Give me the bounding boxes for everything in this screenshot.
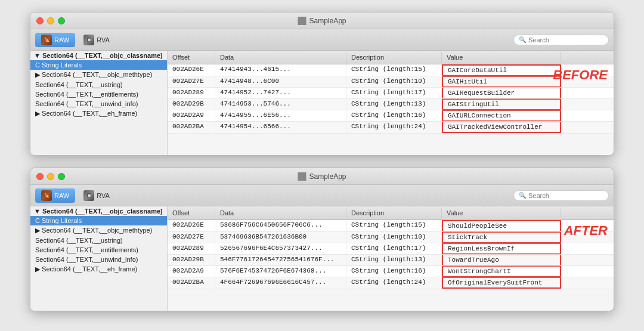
cell-offset: 002AD29B xyxy=(168,255,215,265)
table-row: 002AD26E 53686F756C6450656F706C6... CStr… xyxy=(168,220,614,232)
cell-value: StickTrack xyxy=(442,232,561,243)
cell-offset: 002AD2BA xyxy=(168,122,215,133)
raw-icon-after: 🍖 xyxy=(41,190,52,201)
sidebar-item-2-after[interactable]: Section64 (__TEXT,__ustring) xyxy=(30,236,167,245)
cell-description: CString (length:10) xyxy=(346,232,442,243)
cell-data: 47414954...6566... xyxy=(215,122,346,133)
sidebar-item-5-after[interactable]: ▶ Section64 (__TEXT,__eh_frame) xyxy=(30,264,167,274)
cell-data: 537469636B547261636B00 xyxy=(215,232,346,243)
cell-description: CString (length:24) xyxy=(346,122,442,133)
col-description-before: Description xyxy=(346,52,442,63)
close-button[interactable] xyxy=(36,17,44,24)
cell-value: GAIURLConnection xyxy=(442,110,561,121)
tab-rva-before[interactable]: 🔲 RVA xyxy=(78,33,116,47)
table-row: 002AD2BA 4F664F726967696E6616C457... CSt… xyxy=(168,277,614,289)
cell-data: 47414952...7427... xyxy=(215,88,346,98)
cell-value: ShouldPeopleSee xyxy=(442,220,561,231)
tab-raw-after[interactable]: 🍖 RAW xyxy=(35,188,75,203)
cell-description: CString (length:16) xyxy=(346,266,442,277)
tab-raw-before[interactable]: 🍖 RAW xyxy=(35,33,75,47)
cell-description: CString (length:17) xyxy=(346,243,442,254)
table-row: 002AD289 47414952...7427... CString (len… xyxy=(168,88,614,99)
sidebar-item-2-before[interactable]: Section64 (__TEXT,__ustring) xyxy=(30,80,167,89)
maximize-button-after[interactable] xyxy=(58,173,65,180)
sidebar-item-1-after[interactable]: ▶ Section64 (__TEXT,__objc_methtype) xyxy=(30,225,167,236)
before-label: BEFORE xyxy=(553,67,608,83)
rva-icon-after: 🔲 xyxy=(83,190,94,201)
cell-value: GAICoreDataUtil xyxy=(442,64,561,76)
search-icon-before: 🔍 xyxy=(519,36,526,43)
cell-data: 53686F756C6450656F706C6... xyxy=(215,220,346,231)
before-window: SampleApp 🍖 RAW 🔲 RVA 🔍 ▼ Section64 (__T… xyxy=(30,12,614,156)
tab-rva-after[interactable]: 🔲 RVA xyxy=(78,188,116,203)
cell-value: RegionLessBrownIf xyxy=(442,243,561,254)
search-box-before[interactable]: 🔍 xyxy=(513,35,609,45)
sidebar-item-4-before[interactable]: Section64 (__TEXT,__unwind_info) xyxy=(30,99,167,109)
sidebar-item-4-after[interactable]: Section64 (__TEXT,__unwind_info) xyxy=(30,255,167,264)
content-before: ▼ Section64 (__TEXT,__objc_classname) C … xyxy=(30,51,614,155)
cell-description: CString (length:10) xyxy=(346,76,442,87)
search-input-after[interactable] xyxy=(528,192,603,199)
cell-offset: 002AD2A9 xyxy=(168,110,215,121)
cell-value: WontStrongChartI xyxy=(442,266,561,277)
after-window: SampleApp 🍖 RAW 🔲 RVA 🔍 ▼ Section64 (__T… xyxy=(30,168,614,311)
content-after: ▼ Section64 (__TEXT,__objc_classname) C … xyxy=(30,206,614,311)
table-row: 002AD27E 537469636B547261636B00 CString … xyxy=(168,232,614,243)
titlebar-before: SampleApp xyxy=(30,13,614,29)
cell-offset: 002AD27E xyxy=(168,232,215,243)
sidebar-section-before[interactable]: ▼ Section64 (__TEXT,__objc_classname) xyxy=(30,51,167,60)
minimize-button-after[interactable] xyxy=(47,173,54,180)
cell-offset: 002AD26E xyxy=(168,220,215,231)
cell-data: 47414953...5746... xyxy=(215,99,346,110)
sidebar-item-3-after[interactable]: Section64 (__TEXT,__entitlements) xyxy=(30,245,167,255)
col-offset-before: Offset xyxy=(168,52,215,63)
search-box-after[interactable]: 🔍 xyxy=(513,190,609,201)
cell-description: CString (length:15) xyxy=(346,64,442,76)
sidebar-after: ▼ Section64 (__TEXT,__objc_classname) C … xyxy=(30,206,168,311)
window-title-before: SampleApp xyxy=(298,17,346,25)
col-data-after: Data xyxy=(215,208,346,218)
cell-data: 4F664F726967696E6616C457... xyxy=(215,277,346,289)
cell-description: CString (length:17) xyxy=(346,88,442,98)
col-data-before: Data xyxy=(215,52,346,63)
toolbar-before: 🍖 RAW 🔲 RVA 🔍 xyxy=(30,29,614,51)
sidebar-selected-after[interactable]: C String Literals xyxy=(30,216,167,225)
cell-offset: 002AD289 xyxy=(168,243,215,254)
cell-offset: 002AD27E xyxy=(168,76,215,87)
app-icon-after xyxy=(298,172,306,181)
rva-icon: 🔲 xyxy=(83,35,94,45)
cell-description: CString (length:24) xyxy=(346,277,442,289)
sidebar-item-1-before[interactable]: ▶ Section64 (__TEXT,__objc_methtype) xyxy=(30,70,167,80)
cell-value: TowardTrueAgo xyxy=(442,255,561,265)
search-icon-after: 🔍 xyxy=(519,192,526,199)
traffic-lights-before xyxy=(36,17,65,24)
cell-data: 47414955...6E56... xyxy=(215,110,346,121)
table-body-before: 002AD26E 47414943...4615... CString (len… xyxy=(168,64,614,154)
cell-offset: 002AD29B xyxy=(168,99,215,110)
sidebar-item-5-before[interactable]: ▶ Section64 (__TEXT,__eh_frame) xyxy=(30,109,167,119)
table-row: 002AD29B 47414953...5746... CString (len… xyxy=(168,99,614,110)
cell-value: GAIRequestBuilder xyxy=(442,88,561,98)
sidebar-item-3-before[interactable]: Section64 (__TEXT,__entitlements) xyxy=(30,89,167,99)
cell-value: GAIStringUtil xyxy=(442,99,561,110)
cell-value: OfOriginalEverySuitFront xyxy=(442,277,561,289)
toolbar-after: 🍖 RAW 🔲 RVA 🔍 xyxy=(30,185,614,206)
cell-description: CString (length:13) xyxy=(346,255,442,265)
app-icon-before xyxy=(298,17,306,25)
traffic-lights-after xyxy=(36,173,65,180)
minimize-button[interactable] xyxy=(47,17,54,24)
close-button-after[interactable] xyxy=(36,173,44,180)
cell-value: GAIHitUtil xyxy=(442,76,561,87)
cell-data: 576F6E745374726F6E674368... xyxy=(215,266,346,277)
cell-data: 47414948...6C00 xyxy=(215,76,346,87)
col-offset-after: Offset xyxy=(168,208,215,218)
cell-data: 47414943...4615... xyxy=(215,64,346,76)
table-row: 002AD2BA 47414954...6566... CString (len… xyxy=(168,122,614,134)
table-body-after: 002AD26E 53686F756C6450656F706C6... CStr… xyxy=(168,220,614,310)
table-row: 002AD27E 47414948...6C00 CString (length… xyxy=(168,76,614,88)
search-input-before[interactable] xyxy=(528,36,603,44)
sidebar-section-after[interactable]: ▼ Section64 (__TEXT,__objc_classname) xyxy=(30,206,167,216)
table-row: 002AD2A9 576F6E745374726F6E674368... CSt… xyxy=(168,266,614,277)
sidebar-selected-before[interactable]: C String Literals xyxy=(30,60,167,70)
maximize-button[interactable] xyxy=(58,17,65,24)
